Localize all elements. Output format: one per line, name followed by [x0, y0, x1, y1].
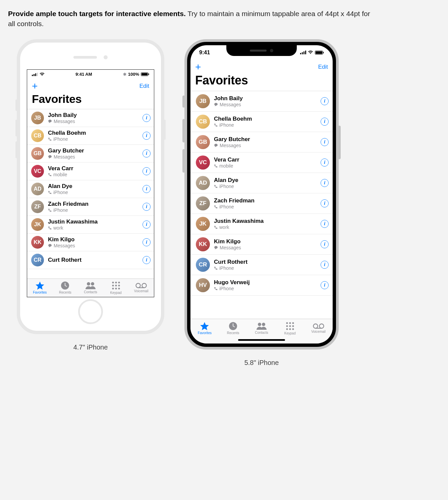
- favorite-row[interactable]: KK Kim Kilgo Messages i: [190, 234, 333, 255]
- info-button[interactable]: i: [321, 261, 329, 269]
- svg-point-30: [258, 323, 261, 326]
- star-icon: [200, 322, 209, 330]
- tab-favorites[interactable]: Favorites: [190, 319, 219, 337]
- voicemail-icon: [135, 283, 147, 289]
- favorite-row[interactable]: GB Gary Butcher Messages i: [27, 145, 154, 163]
- tab-keypad[interactable]: Keypad: [103, 279, 129, 297]
- bluetooth-icon: ✱: [123, 72, 126, 77]
- info-button[interactable]: i: [321, 220, 329, 228]
- tab-contacts[interactable]: Contacts: [78, 279, 103, 297]
- contacts-icon: [256, 322, 267, 330]
- clock-icon: [229, 322, 237, 330]
- info-button[interactable]: i: [321, 281, 329, 289]
- contact-sub: iPhone: [214, 265, 321, 271]
- favorite-row[interactable]: ZF Zach Friedman iPhone i: [27, 198, 154, 216]
- tab-favorites[interactable]: Favorites: [27, 279, 53, 297]
- home-indicator[interactable]: [238, 339, 285, 341]
- contact-sub: mobile: [48, 172, 143, 177]
- contact-name: Zach Friedman: [214, 197, 321, 204]
- status-time: 9:41: [199, 50, 210, 56]
- info-button[interactable]: i: [321, 138, 329, 146]
- add-button[interactable]: +: [195, 62, 201, 72]
- svg-point-17: [115, 288, 117, 290]
- add-button[interactable]: +: [32, 81, 38, 91]
- clock-icon: [61, 281, 69, 290]
- favorite-row[interactable]: JB John Baily Messages i: [190, 91, 333, 112]
- favorite-row[interactable]: AD Alan Dye iPhone i: [27, 180, 154, 198]
- favorites-list[interactable]: JB John Baily Messages i CB Chella Boehm…: [190, 91, 333, 319]
- edit-button[interactable]: Edit: [318, 64, 328, 70]
- info-button[interactable]: i: [143, 114, 151, 122]
- svg-point-34: [292, 322, 294, 324]
- contact-name: Chella Boehm: [48, 130, 143, 136]
- favorite-row[interactable]: VC Vera Carr mobile i: [27, 163, 154, 180]
- info-button[interactable]: i: [321, 199, 329, 207]
- edit-button[interactable]: Edit: [139, 83, 149, 89]
- tab-label: Keypad: [110, 291, 122, 295]
- signal-icon: [300, 51, 306, 54]
- info-button[interactable]: i: [143, 149, 151, 158]
- contact-sub: work: [214, 225, 321, 230]
- favorite-row[interactable]: ZF Zach Friedman iPhone i: [190, 193, 333, 214]
- avatar: ZF: [196, 196, 210, 210]
- tab-recents[interactable]: Recents: [53, 279, 78, 297]
- avatar: GB: [196, 135, 210, 149]
- battery-pct: 100%: [128, 72, 139, 77]
- favorite-row[interactable]: AD Alan Dye iPhone i: [190, 173, 333, 193]
- contact-sub: work: [48, 225, 143, 231]
- tab-voicemail[interactable]: Voicemail: [304, 319, 333, 337]
- contact-sub: Messages: [214, 102, 321, 107]
- contact-sub: Messages: [48, 154, 143, 160]
- favorite-row[interactable]: CR Curt Rothert iPhone i: [190, 255, 333, 275]
- svg-rect-25: [305, 51, 306, 54]
- tab-contacts[interactable]: Contacts: [247, 319, 276, 337]
- info-button[interactable]: i: [143, 238, 151, 246]
- info-button[interactable]: i: [321, 159, 329, 167]
- intro-text: Provide ample touch targets for interact…: [8, 9, 377, 29]
- contact-sub: Messages: [48, 243, 143, 248]
- contact-name: Hugo Verweij: [214, 279, 321, 286]
- favorite-row[interactable]: JB John Baily Messages i: [27, 109, 154, 127]
- info-button[interactable]: i: [143, 132, 151, 140]
- favorite-row[interactable]: CB Chella Boehm iPhone i: [190, 112, 333, 132]
- info-button[interactable]: i: [321, 240, 329, 248]
- favorites-list[interactable]: JB John Baily Messages i CB Chella Boehm…: [27, 109, 154, 278]
- avatar: VC: [31, 165, 44, 178]
- favorite-row[interactable]: HV Hugo Verweij iPhone i: [190, 275, 333, 296]
- tab-label: Favorites: [198, 331, 212, 335]
- favorite-row[interactable]: CR Curt Rothert i: [27, 251, 154, 269]
- avatar: KK: [196, 237, 210, 251]
- avatar: AD: [31, 183, 44, 195]
- contact-name: Alan Dye: [48, 183, 143, 190]
- info-button[interactable]: i: [321, 118, 329, 126]
- contacts-icon: [85, 282, 96, 290]
- phone-col-a: 9:41 AM ✱ 100% + Edit Favorites JB: [17, 39, 164, 351]
- info-button[interactable]: i: [143, 256, 151, 264]
- favorite-row[interactable]: JK Justin Kawashima work i: [27, 216, 154, 234]
- tab-label: Recents: [227, 331, 239, 335]
- star-icon: [35, 281, 45, 290]
- favorite-row[interactable]: CB Chella Boehm iPhone i: [27, 127, 154, 145]
- favorite-row[interactable]: GB Gary Butcher Messages i: [190, 132, 333, 152]
- contact-name: Kim Kilgo: [214, 238, 321, 245]
- battery-icon: [315, 51, 324, 55]
- info-button[interactable]: i: [321, 97, 329, 105]
- contact-sub: iPhone: [48, 136, 143, 142]
- favorite-row[interactable]: VC Vera Carr mobile i: [190, 152, 333, 173]
- tab-voicemail[interactable]: Voicemail: [128, 279, 154, 297]
- info-button[interactable]: i: [321, 179, 329, 187]
- contact-sub: iPhone: [214, 184, 321, 189]
- info-button[interactable]: i: [143, 221, 151, 229]
- home-button[interactable]: [78, 299, 103, 324]
- tab-recents[interactable]: Recents: [219, 319, 247, 337]
- tab-label: Favorites: [33, 291, 47, 294]
- favorite-row[interactable]: JK Justin Kawashima work i: [190, 214, 333, 234]
- info-button[interactable]: i: [143, 167, 151, 175]
- svg-point-36: [289, 325, 291, 327]
- svg-rect-22: [300, 53, 301, 54]
- favorite-row[interactable]: KK Kim Kilgo Messages i: [27, 234, 154, 251]
- tab-keypad[interactable]: Keypad: [276, 319, 304, 337]
- info-button[interactable]: i: [143, 203, 151, 211]
- info-button[interactable]: i: [143, 185, 151, 193]
- caption-a: 4.7" iPhone: [73, 343, 108, 351]
